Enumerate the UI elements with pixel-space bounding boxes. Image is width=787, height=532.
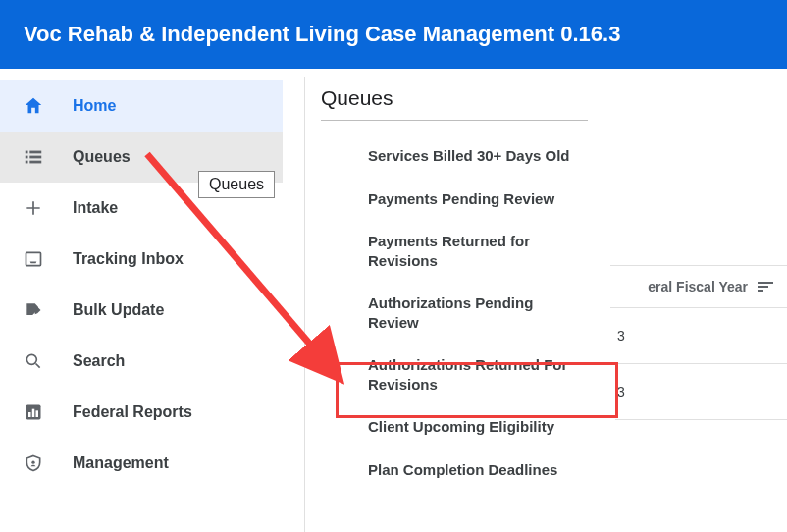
edit-doc-icon	[22, 298, 45, 322]
svg-rect-3	[29, 156, 41, 159]
inbox-icon	[22, 247, 45, 271]
sort-icon	[758, 278, 775, 295]
sidebar-item-label: Management	[73, 454, 169, 472]
sidebar-item-label: Search	[73, 352, 125, 370]
svg-rect-6	[26, 252, 41, 265]
search-icon	[22, 349, 45, 373]
app-header: Voc Rehab & Independent Living Case Mana…	[0, 0, 787, 69]
queue-item-client-eligibility[interactable]: Client Upcoming Eligibility	[321, 405, 596, 449]
bar-chart-icon	[22, 400, 45, 424]
home-icon	[22, 94, 45, 118]
svg-point-12	[31, 461, 34, 464]
sidebar-item-search[interactable]: Search	[0, 336, 283, 387]
column-label: eral Fiscal Year	[648, 279, 748, 294]
svg-rect-2	[26, 156, 28, 159]
queue-item-plan-completion[interactable]: Plan Completion Deadlines	[321, 449, 596, 492]
sidebar-item-queues[interactable]: Queues Queues	[0, 132, 283, 183]
svg-rect-10	[32, 409, 35, 417]
sidebar-nav: Home Queues Queues Intake Tracking I	[0, 69, 283, 532]
queue-item-payments-revisions[interactable]: Payments Returned for Revisions	[321, 220, 596, 282]
cell-value: 3	[617, 328, 625, 344]
queue-item-auth-revisions[interactable]: Authorizations Returned For Revisions	[321, 344, 596, 405]
svg-rect-11	[36, 410, 39, 417]
shield-icon	[22, 452, 45, 475]
plus-icon	[22, 196, 45, 220]
submenu-title: Queues	[321, 86, 588, 121]
list-icon	[22, 145, 45, 169]
queue-item-payments-pending[interactable]: Payments Pending Review	[321, 178, 596, 221]
sidebar-item-home[interactable]: Home	[0, 80, 283, 132]
table-column-header-fiscal-year[interactable]: eral Fiscal Year	[610, 265, 787, 308]
sidebar-item-tracking-inbox[interactable]: Tracking Inbox	[0, 234, 283, 285]
cell-value: 3	[617, 384, 625, 399]
svg-rect-9	[28, 412, 31, 417]
sidebar-item-bulk-update[interactable]: Bulk Update	[0, 285, 283, 336]
svg-rect-5	[29, 161, 41, 164]
sidebar-item-label: Federal Reports	[73, 403, 192, 421]
sidebar-item-management[interactable]: Management	[0, 438, 283, 489]
sidebar-item-label: Intake	[73, 199, 118, 217]
svg-point-7	[26, 354, 36, 364]
sidebar-item-label: Queues	[73, 148, 131, 166]
sidebar-item-label: Bulk Update	[73, 301, 164, 319]
queues-submenu: Queues Services Billed 30+ Days Old Paym…	[304, 77, 608, 532]
svg-rect-4	[26, 161, 28, 164]
queue-item-services-billed[interactable]: Services Billed 30+ Days Old	[321, 134, 596, 178]
table-row[interactable]: 3	[615, 308, 787, 364]
sidebar-item-label: Home	[73, 97, 116, 115]
svg-rect-0	[26, 151, 28, 154]
table-row[interactable]: 3	[615, 364, 787, 420]
sidebar-item-federal-reports[interactable]: Federal Reports	[0, 387, 283, 438]
app-title: Voc Rehab & Independent Living Case Mana…	[24, 22, 620, 47]
sidebar-item-label: Tracking Inbox	[73, 250, 184, 268]
tooltip-queues: Queues	[198, 171, 275, 198]
queue-item-auth-pending[interactable]: Authorizations Pending Review	[321, 282, 596, 344]
svg-rect-1	[29, 151, 41, 154]
